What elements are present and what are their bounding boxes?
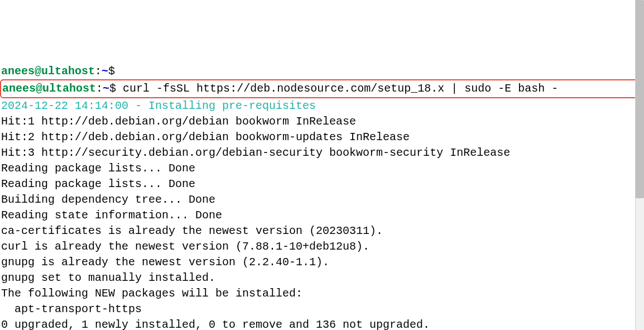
output-line: curl is already the newest version (7.88… [1, 240, 369, 253]
prompt-path-2: ~ [103, 82, 109, 95]
output-line: The following NEW packages will be insta… [1, 287, 302, 300]
output-line: Reading state information... Done [1, 209, 222, 222]
output-line: Hit:2 http://deb.debian.org/debian bookw… [1, 131, 410, 144]
terminal-output: anees@ultahost:~$ anees@ultahost:~$ curl… [1, 64, 643, 330]
output-line: ca-certificates is already the newest ve… [1, 224, 383, 237]
output-line: Hit:1 http://deb.debian.org/debian bookw… [1, 115, 356, 128]
command-text[interactable]: curl -fsSL https://deb.nodesource.com/se… [123, 82, 558, 95]
output-line: gnupg set to manually installed. [1, 271, 215, 284]
scrollbar[interactable] [635, 0, 644, 330]
output-line: gnupg is already the newest version (2.2… [1, 256, 329, 269]
prompt-symbol: $ [108, 65, 115, 78]
status-timestamp-line: 2024-12-22 14:14:00 - Installing pre-req… [1, 99, 316, 112]
prompt-colon: : [95, 65, 102, 78]
output-line: Hit:3 http://security.debian.org/debian-… [1, 146, 510, 159]
scrollbar-thumb[interactable] [636, 0, 644, 198]
output-line: apt-transport-https [1, 303, 142, 315]
output-line: Reading package lists... Done [1, 162, 195, 175]
prompt-user-2: anees@ultahost [2, 82, 96, 95]
highlighted-command-box: anees@ultahost:~$ curl -fsSL https://deb… [0, 79, 644, 98]
output-line: Reading package lists... Done [1, 178, 195, 190]
prompt-line-1: anees@ultahost:~$ [1, 65, 115, 78]
output-line: Building dependency tree... Done [1, 193, 215, 206]
prompt-symbol-2: $ [109, 82, 116, 95]
output-line: 0 upgraded, 1 newly installed, 0 to remo… [1, 318, 430, 330]
prompt-user: anees@ultahost [1, 65, 95, 78]
prompt-path: ~ [102, 65, 108, 78]
